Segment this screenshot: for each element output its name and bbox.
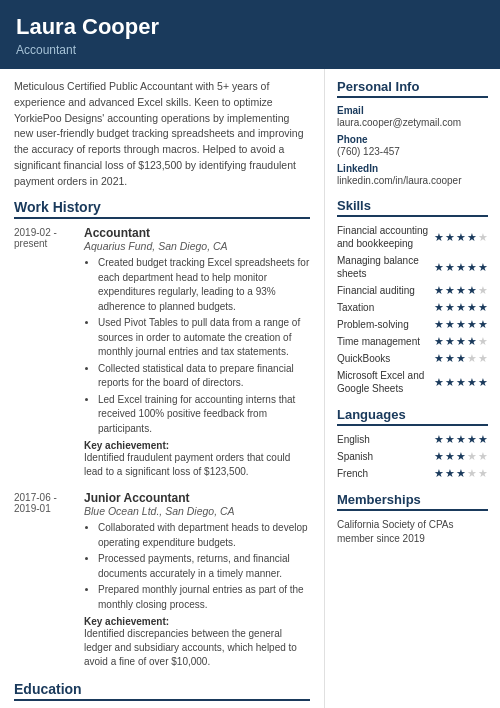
phone-label: Phone	[337, 134, 488, 145]
list-item: Prepared monthly journal entries as part…	[98, 583, 310, 612]
star-icon: ★	[445, 376, 455, 389]
key-achievement-text: Identified discrepancies between the gen…	[84, 627, 310, 669]
star-icon: ★	[467, 352, 477, 365]
language-name: French	[337, 468, 368, 479]
star-icon: ★	[478, 318, 488, 331]
language-name: Spanish	[337, 451, 373, 462]
list-item: Used Pivot Tables to pull data from a ra…	[98, 316, 310, 360]
star-icon: ★	[445, 261, 455, 274]
star-icon: ★	[456, 352, 466, 365]
star-icon: ★	[456, 335, 466, 348]
job-bullets: Created budget tracking Excel spreadshee…	[98, 256, 310, 436]
skill-name: QuickBooks	[337, 352, 434, 365]
star-icon: ★	[445, 231, 455, 244]
star-icon: ★	[478, 450, 488, 463]
star-icon: ★	[456, 433, 466, 446]
star-icon: ★	[478, 231, 488, 244]
star-icon: ★	[478, 284, 488, 297]
star-icon: ★	[467, 284, 477, 297]
summary: Meticulous Certified Public Accountant w…	[14, 79, 310, 189]
star-icon: ★	[434, 376, 444, 389]
work-history-section-title: Work History	[14, 199, 310, 219]
star-icon: ★	[467, 231, 477, 244]
language-row: English ★★★★★	[337, 433, 488, 446]
skill-name: Financial auditing	[337, 284, 434, 297]
list-item: Led Excel training for accounting intern…	[98, 393, 310, 437]
star-icon: ★	[467, 376, 477, 389]
star-icon: ★	[445, 433, 455, 446]
left-column: Meticulous Certified Public Accountant w…	[0, 69, 325, 708]
personal-info-title: Personal Info	[337, 79, 488, 98]
skill-name: Managing balance sheets	[337, 254, 434, 280]
key-achievement-text: Identified fraudulent payment orders tha…	[84, 451, 310, 479]
star-icon: ★	[434, 261, 444, 274]
star-icon: ★	[478, 433, 488, 446]
list-item: Created budget tracking Excel spreadshee…	[98, 256, 310, 314]
job-item: 2017-06 - 2019-01 Junior Accountant Blue…	[14, 491, 310, 671]
skill-row: QuickBooks ★★★★★	[337, 352, 488, 365]
skill-row: Problem-solving ★★★★★	[337, 318, 488, 331]
star-icon: ★	[456, 450, 466, 463]
job-title: Accountant	[84, 226, 310, 240]
star-icon: ★	[434, 352, 444, 365]
email-label: Email	[337, 105, 488, 116]
skill-row: Time management ★★★★★	[337, 335, 488, 348]
job-company: Blue Ocean Ltd., San Diego, CA	[84, 505, 310, 517]
star-icon: ★	[467, 467, 477, 480]
language-row: Spanish ★★★★★	[337, 450, 488, 463]
skill-name: Time management	[337, 335, 434, 348]
star-icon: ★	[445, 352, 455, 365]
languages-container: English ★★★★★ Spanish ★★★★★ French ★★★★★	[337, 433, 488, 480]
star-icon: ★	[467, 261, 477, 274]
star-icon: ★	[434, 318, 444, 331]
job-bullets: Collaborated with department heads to de…	[98, 521, 310, 612]
skill-name: Microsoft Excel and Google Sheets	[337, 369, 434, 395]
email-value: laura.cooper@zetymail.com	[337, 117, 488, 128]
star-icon: ★	[445, 301, 455, 314]
list-item: Collaborated with department heads to de…	[98, 521, 310, 550]
star-icon: ★	[445, 284, 455, 297]
membership-text: California Society of CPAs member since …	[337, 518, 488, 546]
star-icon: ★	[434, 467, 444, 480]
linkedin-value: linkedin.com/in/laura.cooper	[337, 175, 488, 186]
memberships-title: Memberships	[337, 492, 488, 511]
language-name: English	[337, 434, 370, 445]
main-layout: Meticulous Certified Public Accountant w…	[0, 69, 500, 708]
linkedin-label: LinkedIn	[337, 163, 488, 174]
language-row: French ★★★★★	[337, 467, 488, 480]
job-date: 2017-06 - 2019-01	[14, 491, 84, 671]
header-title: Accountant	[16, 43, 484, 57]
star-icon: ★	[434, 335, 444, 348]
job-company: Aquarius Fund, San Diego, CA	[84, 240, 310, 252]
key-achievement-label: Key achievement:	[84, 616, 310, 627]
languages-title: Languages	[337, 407, 488, 426]
star-icon: ★	[478, 467, 488, 480]
star-icon: ★	[456, 284, 466, 297]
skills-title: Skills	[337, 198, 488, 217]
star-icon: ★	[445, 335, 455, 348]
star-icon: ★	[467, 301, 477, 314]
star-icon: ★	[456, 467, 466, 480]
header: Laura Cooper Accountant	[0, 0, 500, 69]
education-section-title: Education	[14, 681, 310, 701]
star-icon: ★	[445, 450, 455, 463]
job-title: Junior Accountant	[84, 491, 310, 505]
list-item: Processed payments, returns, and financi…	[98, 552, 310, 581]
star-icon: ★	[445, 318, 455, 331]
star-icon: ★	[478, 301, 488, 314]
star-icon: ★	[434, 231, 444, 244]
star-icon: ★	[434, 450, 444, 463]
phone-value: (760) 123-457	[337, 146, 488, 157]
star-icon: ★	[434, 433, 444, 446]
skill-name: Taxation	[337, 301, 434, 314]
job-item: 2019-02 - present Accountant Aquarius Fu…	[14, 226, 310, 481]
skill-name: Financial accounting and bookkeeping	[337, 224, 434, 250]
header-name: Laura Cooper	[16, 14, 484, 40]
star-icon: ★	[478, 261, 488, 274]
skill-row: Financial auditing ★★★★★	[337, 284, 488, 297]
skill-row: Managing balance sheets ★★★★★	[337, 254, 488, 280]
star-icon: ★	[478, 376, 488, 389]
star-icon: ★	[467, 450, 477, 463]
skills-container: Financial accounting and bookkeeping ★★★…	[337, 224, 488, 395]
star-icon: ★	[456, 231, 466, 244]
